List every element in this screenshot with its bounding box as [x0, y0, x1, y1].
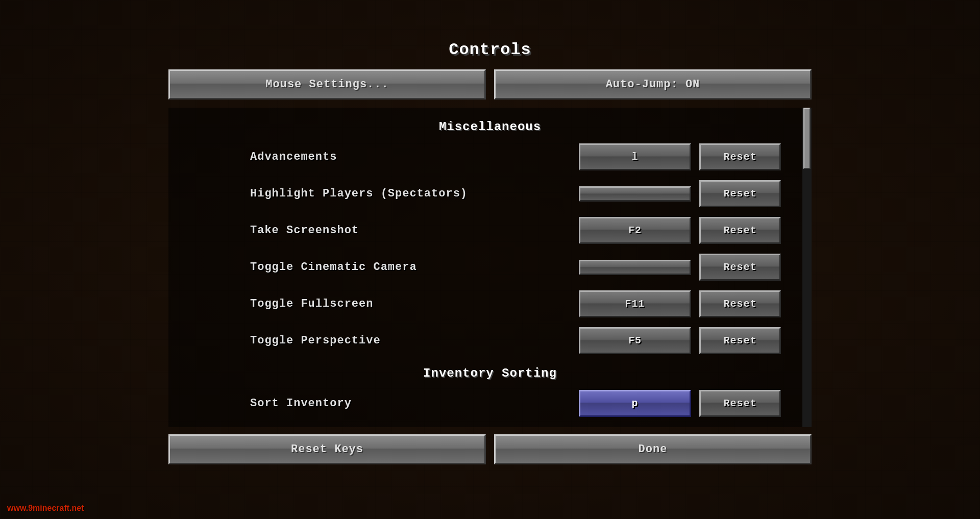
binding-label-take-screenshot: Take Screenshot: [250, 224, 579, 237]
binding-row-toggle-fullscreen: Toggle Fullscreen F11 Reset: [168, 286, 812, 323]
key-button-sort-inventory[interactable]: p: [579, 390, 691, 417]
auto-jump-button[interactable]: Auto-Jump: ON: [494, 69, 812, 100]
done-button[interactable]: Done: [494, 434, 812, 464]
binding-label-sort-inventory: Sort Inventory: [250, 397, 579, 410]
scrollbar[interactable]: [802, 108, 812, 427]
bottom-buttons-row: Reset Keys Done: [168, 434, 812, 464]
binding-label-toggle-cinematic: Toggle Cinematic Camera: [250, 261, 579, 274]
watermark: www.9minecraft.net: [7, 504, 84, 513]
page-title: Controls: [449, 40, 531, 59]
reset-button-toggle-perspective[interactable]: Reset: [699, 327, 781, 354]
binding-label-toggle-perspective: Toggle Perspective: [250, 334, 579, 347]
section-title-miscellaneous: Miscellaneous: [168, 113, 812, 139]
scrollbar-thumb[interactable]: [803, 108, 811, 169]
binding-row-toggle-perspective: Toggle Perspective F5 Reset: [168, 323, 812, 359]
binding-label-advancements: Advancements: [250, 151, 579, 163]
reset-keys-button[interactable]: Reset Keys: [168, 434, 486, 464]
key-button-highlight-players[interactable]: [579, 186, 691, 202]
top-buttons-row: Mouse Settings... Auto-Jump: ON: [168, 69, 812, 100]
section-title-inventory-sorting: Inventory Sorting: [168, 359, 812, 385]
mouse-settings-button[interactable]: Mouse Settings...: [168, 69, 486, 100]
key-button-toggle-perspective[interactable]: F5: [579, 327, 691, 354]
binding-row-advancements: Advancements l Reset: [168, 139, 812, 176]
binding-row-take-screenshot: Take Screenshot F2 Reset: [168, 212, 812, 249]
reset-button-advancements[interactable]: Reset: [699, 143, 781, 170]
content-area: Miscellaneous Advancements l Reset Highl…: [168, 108, 812, 427]
binding-row-highlight-players: Highlight Players (Spectators) Reset: [168, 176, 812, 212]
reset-button-toggle-cinematic[interactable]: Reset: [699, 254, 781, 281]
binding-label-toggle-fullscreen: Toggle Fullscreen: [250, 298, 579, 310]
key-button-take-screenshot[interactable]: F2: [579, 217, 691, 244]
reset-button-take-screenshot[interactable]: Reset: [699, 217, 781, 244]
reset-button-sort-inventory[interactable]: Reset: [699, 390, 781, 417]
binding-label-highlight-players: Highlight Players (Spectators): [250, 187, 579, 200]
binding-row-sort-inventory: Sort Inventory p Reset: [168, 385, 812, 422]
key-button-advancements[interactable]: l: [579, 143, 691, 170]
reset-button-highlight-players[interactable]: Reset: [699, 180, 781, 207]
reset-button-toggle-fullscreen[interactable]: Reset: [699, 290, 781, 317]
key-button-toggle-fullscreen[interactable]: F11: [579, 290, 691, 317]
key-button-toggle-cinematic[interactable]: [579, 260, 691, 275]
binding-row-toggle-cinematic: Toggle Cinematic Camera Reset: [168, 249, 812, 286]
